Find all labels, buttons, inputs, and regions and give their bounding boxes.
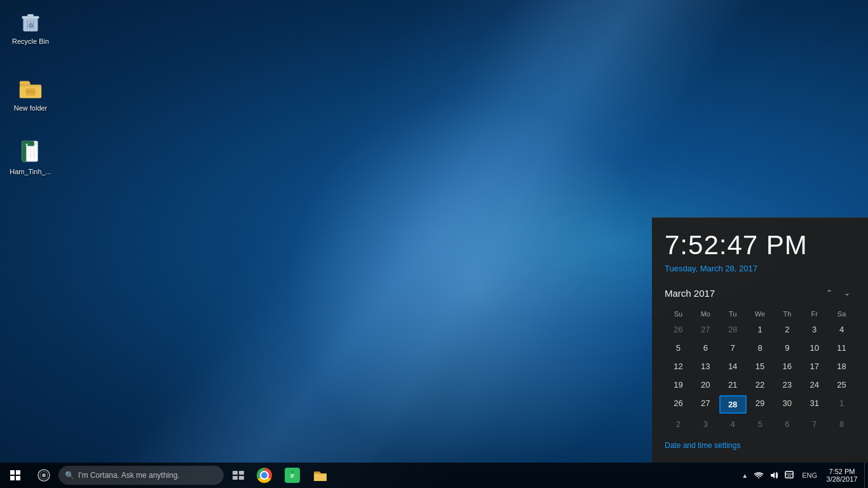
day-header-tu: Tu — [719, 309, 747, 319]
notification-tray-icon[interactable] — [782, 463, 797, 488]
calendar-day-13[interactable]: 13 — [692, 358, 719, 374]
calendar-grid: Su Mo Tu We Th Fr Sa 2627281234567891011… — [665, 309, 855, 432]
calendar-day-3[interactable]: 3 — [801, 322, 828, 337]
new-folder-image — [18, 76, 43, 101]
calendar-day-5[interactable]: 5 — [665, 340, 692, 356]
calendar-nav-group: ⌃ ⌄ — [821, 286, 855, 300]
calendar-week-5: 2627282930311 — [665, 395, 855, 414]
start-button[interactable] — [0, 463, 31, 488]
calendar-day-24[interactable]: 24 — [801, 377, 828, 393]
task-view-icon — [233, 471, 244, 480]
calendar-day-25[interactable]: 25 — [828, 377, 855, 393]
day-header-fr: Fr — [801, 309, 828, 319]
calendar-day-16[interactable]: 16 — [773, 358, 801, 374]
calendar-day-12[interactable]: 12 — [665, 358, 692, 374]
calendar-day-6[interactable]: 6 — [692, 340, 719, 356]
svg-rect-32 — [314, 475, 327, 481]
taskbar-right: ▲ — [736, 463, 868, 488]
excel-file-image: X — [18, 139, 43, 165]
calendar-next-button[interactable]: ⌄ — [839, 286, 855, 300]
calendar-day-4-other[interactable]: 4 — [719, 416, 747, 432]
excel-file-icon[interactable]: X Ham_Tinh_... — [5, 137, 56, 179]
cortana-button[interactable] — [32, 463, 56, 487]
calendar-day-17[interactable]: 17 — [801, 358, 828, 374]
calendar-day-31[interactable]: 31 — [801, 395, 828, 414]
calendar-day-2-other[interactable]: 2 — [665, 416, 692, 432]
taskbar-app-file-explorer[interactable] — [306, 463, 334, 488]
system-tray: ▲ — [736, 463, 799, 488]
calendar-month-year[interactable]: March 2017 — [665, 288, 715, 299]
calendar-day-11[interactable]: 11 — [828, 340, 855, 356]
calendar-day-8-other[interactable]: 8 — [828, 416, 855, 432]
calendar-day-26[interactable]: 26 — [665, 395, 692, 414]
svg-point-26 — [42, 473, 46, 477]
search-placeholder: I'm Cortana. Ask me anything. — [78, 471, 180, 480]
svg-rect-27 — [233, 471, 238, 475]
search-bar[interactable]: 🔍 I'm Cortana. Ask me anything. — [58, 466, 224, 485]
calendar-header: March 2017 ⌃ ⌄ — [665, 286, 855, 300]
calendar-day-30[interactable]: 30 — [773, 395, 801, 414]
calendar-day-28-other[interactable]: 28 — [719, 322, 747, 337]
clock-button[interactable]: 7:52 PM 3/28/2017 — [820, 463, 864, 488]
windows-logo-icon — [10, 470, 20, 480]
calendar-week-1: 2627281234 — [665, 322, 855, 337]
taskbar-app-evernote[interactable] — [278, 463, 306, 488]
new-folder-icon[interactable]: New folder — [5, 73, 56, 115]
evernote-icon — [285, 468, 300, 483]
svg-marker-33 — [771, 472, 775, 478]
calendar-day-29[interactable]: 29 — [747, 395, 774, 414]
day-header-sa: Sa — [828, 309, 855, 319]
taskbar: 🔍 I'm Cortana. Ask me anything. — [0, 463, 868, 488]
svg-rect-34 — [785, 471, 793, 478]
calendar-week-2: 567891011 — [665, 340, 855, 356]
calendar-day-7-other[interactable]: 7 — [801, 416, 828, 432]
calendar-day-8[interactable]: 8 — [747, 340, 774, 356]
show-desktop-button[interactable] — [864, 463, 868, 488]
calendar-week-3: 12131415161718 — [665, 358, 855, 374]
calendar-day-3-other[interactable]: 3 — [692, 416, 719, 432]
calendar-day-27-other[interactable]: 27 — [692, 322, 719, 337]
file-explorer-icon — [313, 469, 327, 482]
calendar-day-1-other[interactable]: 1 — [828, 395, 855, 414]
calendar-day-23[interactable]: 23 — [773, 377, 801, 393]
language-indicator[interactable]: ENG — [799, 463, 820, 488]
network-tray-icon[interactable] — [751, 463, 766, 488]
calendar-day-7[interactable]: 7 — [719, 340, 747, 356]
svg-rect-2 — [27, 15, 34, 17]
day-header-we: We — [747, 309, 774, 319]
calendar-day-27[interactable]: 27 — [692, 395, 719, 414]
show-hidden-tray-button[interactable]: ▲ — [738, 463, 751, 488]
calendar-day-6-other[interactable]: 6 — [773, 416, 801, 432]
calendar-day-14[interactable]: 14 — [719, 358, 747, 374]
calendar-day-9[interactable]: 9 — [773, 340, 801, 356]
calendar-day-15[interactable]: 15 — [747, 358, 774, 374]
calendar-day-19[interactable]: 19 — [665, 377, 692, 393]
calendar-prev-button[interactable]: ⌃ — [821, 286, 837, 300]
calendar-day-26-other[interactable]: 26 — [665, 322, 692, 337]
calendar-day-20[interactable]: 20 — [692, 377, 719, 393]
chrome-icon — [257, 468, 272, 483]
desktop: ♻ Recycle Bin New folder — [0, 0, 868, 488]
taskbar-app-chrome[interactable] — [250, 463, 278, 488]
calendar-day-1[interactable]: 1 — [747, 322, 774, 337]
calendar-day-10[interactable]: 10 — [801, 340, 828, 356]
date-time-settings-link[interactable]: Date and time settings — [665, 441, 855, 450]
svg-rect-29 — [233, 476, 238, 480]
cortana-icon — [37, 469, 50, 482]
calendar-day-2[interactable]: 2 — [773, 322, 801, 337]
svg-rect-28 — [239, 471, 244, 475]
task-view-button[interactable] — [226, 463, 250, 487]
day-header-mo: Mo — [692, 309, 719, 319]
search-icon: 🔍 — [65, 471, 74, 480]
calendar-day-5-other[interactable]: 5 — [747, 416, 774, 432]
recycle-bin-icon[interactable]: ♻ Recycle Bin — [5, 6, 56, 48]
calendar-day-18[interactable]: 18 — [828, 358, 855, 374]
svg-rect-30 — [239, 476, 244, 480]
calendar-day-4[interactable]: 4 — [828, 322, 855, 337]
calendar-day-28[interactable]: 28 — [719, 395, 747, 414]
volume-tray-icon[interactable] — [766, 463, 782, 488]
notification-icon — [785, 471, 794, 480]
clock-time: 7:52:47 PM — [665, 231, 855, 260]
calendar-day-22[interactable]: 22 — [747, 377, 774, 393]
calendar-day-21[interactable]: 21 — [719, 377, 747, 393]
